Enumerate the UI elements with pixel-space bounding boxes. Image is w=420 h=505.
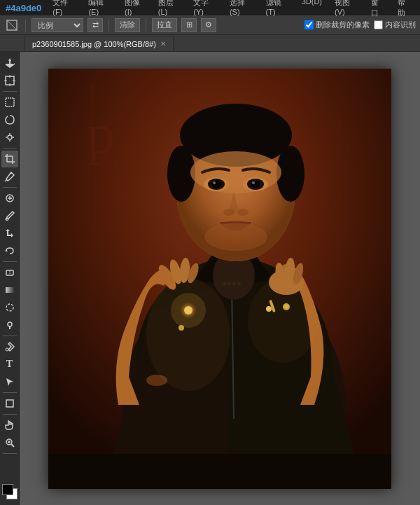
svg-point-13 xyxy=(8,135,12,139)
menu-layer[interactable]: 图层(L) xyxy=(155,0,184,18)
left-toolbar: T xyxy=(0,52,20,505)
document-tab[interactable]: p2360901585.jpg @ 100%(RGB/8#) ✕ xyxy=(24,36,174,51)
menu-view[interactable]: 视图(V) xyxy=(332,0,361,18)
eraser-tool[interactable] xyxy=(1,264,18,281)
svg-point-61 xyxy=(237,209,248,216)
delete-pixels-label[interactable]: 删除裁剪的像素 xyxy=(304,20,370,30)
svg-rect-26 xyxy=(6,287,14,293)
blur-tool[interactable] xyxy=(1,299,18,316)
svg-point-82 xyxy=(146,279,230,391)
svg-point-83 xyxy=(248,279,318,363)
ps-logo: #4a9de0 xyxy=(6,3,41,13)
svg-point-54 xyxy=(211,180,221,188)
menu-window[interactable]: 窗口 xyxy=(368,0,388,18)
tool-preset-icon[interactable] xyxy=(4,18,20,33)
menu-3d[interactable]: 3D(D) xyxy=(299,0,325,18)
lasso-tool[interactable] xyxy=(1,111,18,128)
clone-tool[interactable] xyxy=(1,225,18,242)
hand-tool[interactable] xyxy=(1,417,18,434)
svg-marker-2 xyxy=(5,58,15,68)
separator-2 xyxy=(108,19,109,32)
shape-tool[interactable] xyxy=(1,395,18,412)
content-aware-label[interactable]: 内容识别 xyxy=(374,20,416,30)
canvas-wrapper: p xyxy=(48,69,391,489)
toolbar-sep-2 xyxy=(3,148,17,148)
svg-point-60 xyxy=(223,209,234,216)
toolbar-sep-8 xyxy=(3,453,17,454)
marquee-tool[interactable] xyxy=(1,94,18,111)
svg-point-59 xyxy=(252,181,255,184)
svg-point-27 xyxy=(6,304,13,311)
tab-label: p2360901585.jpg @ 100%(RGB/8#) xyxy=(32,40,156,48)
options-bar: 比例 固定大小 正常 ⇄ 清除 拉直 ⊞ ⚙ 删除裁剪的像素 内容识别 xyxy=(0,15,420,35)
brush-tool[interactable] xyxy=(1,207,18,224)
toolbar-sep-3 xyxy=(3,187,17,188)
toolbar-sep-4 xyxy=(3,261,17,262)
history-brush-tool[interactable] xyxy=(1,242,18,259)
separator-1 xyxy=(25,19,26,32)
healing-tool[interactable] xyxy=(1,190,18,207)
magic-wand-tool[interactable] xyxy=(1,129,18,146)
gradient-tool[interactable] xyxy=(1,282,18,298)
eyedropper-tool[interactable] xyxy=(1,168,18,185)
straighten-btn[interactable]: 拉直 xyxy=(152,18,177,32)
dodge-tool[interactable] xyxy=(1,317,18,333)
toolbar-sep-1 xyxy=(3,91,17,92)
separator-3 xyxy=(146,19,146,32)
svg-line-1 xyxy=(7,20,17,30)
clear-btn[interactable]: 清除 xyxy=(115,18,140,32)
zoom-tool[interactable] xyxy=(1,434,18,451)
menu-type[interactable]: 文字(Y) xyxy=(190,0,220,18)
svg-text:❋❋❋❋: ❋❋❋❋ xyxy=(222,281,241,287)
foreground-color-swatch[interactable] xyxy=(2,484,13,495)
artboard-tool[interactable] xyxy=(1,72,18,89)
menu-bar: 文件(F) 编辑(E) 图像(I) 图层(L) 文字(Y) 选择(S) 滤镜(T… xyxy=(50,0,414,18)
content-aware-checkbox[interactable] xyxy=(374,20,383,29)
svg-rect-81 xyxy=(48,454,391,489)
menu-image[interactable]: 图像(I) xyxy=(122,0,148,18)
photo-canvas: p xyxy=(48,69,391,489)
toolbar-sep-7 xyxy=(3,414,17,415)
svg-line-33 xyxy=(11,444,14,447)
svg-rect-8 xyxy=(6,98,14,106)
crop-mode-select[interactable]: 比例 固定大小 正常 xyxy=(31,18,83,32)
svg-point-28 xyxy=(8,322,12,326)
path-selection-tool[interactable] xyxy=(1,373,18,390)
canvas-area: p xyxy=(20,52,420,505)
svg-point-63 xyxy=(204,223,267,251)
svg-point-58 xyxy=(251,180,260,188)
menu-edit[interactable]: 编辑(E) xyxy=(85,0,115,18)
tab-close-btn[interactable]: ✕ xyxy=(160,40,166,48)
settings-btn[interactable]: ⚙ xyxy=(201,18,216,32)
swap-dimensions-btn[interactable]: ⇄ xyxy=(88,18,103,32)
menu-select[interactable]: 选择(S) xyxy=(227,0,256,18)
svg-marker-23 xyxy=(5,249,8,251)
pen-tool[interactable] xyxy=(1,338,18,355)
toolbar-sep-6 xyxy=(3,392,17,393)
type-tool[interactable]: T xyxy=(1,356,18,373)
svg-rect-31 xyxy=(6,400,13,407)
svg-point-55 xyxy=(213,181,216,184)
svg-text:p: p xyxy=(87,103,115,165)
color-swatch-pair[interactable] xyxy=(2,484,18,499)
crop-tool[interactable] xyxy=(1,151,18,167)
tab-bar: p2360901585.jpg @ 100%(RGB/8#) ✕ xyxy=(0,35,420,52)
toolbar-sep-5 xyxy=(3,335,17,336)
move-tool[interactable] xyxy=(1,55,18,71)
main-layout: T xyxy=(0,52,420,505)
delete-pixels-checkbox[interactable] xyxy=(304,20,314,29)
color-swatches xyxy=(2,484,18,499)
content-aware-text: 内容识别 xyxy=(385,20,416,30)
delete-pixels-text: 删除裁剪的像素 xyxy=(316,20,370,30)
photo-svg: p xyxy=(48,69,391,489)
menu-file[interactable]: 文件(F) xyxy=(50,0,78,18)
menu-help[interactable]: 帮助 xyxy=(395,0,414,18)
right-options: 删除裁剪的像素 内容识别 xyxy=(304,20,416,30)
menu-filter[interactable]: 滤镜(T) xyxy=(263,0,292,18)
grid-btn[interactable]: ⊞ xyxy=(181,18,197,32)
svg-line-18 xyxy=(5,180,6,181)
title-bar: #4a9de0 文件(F) 编辑(E) 图像(I) 图层(L) 文字(Y) 选择… xyxy=(0,0,420,15)
